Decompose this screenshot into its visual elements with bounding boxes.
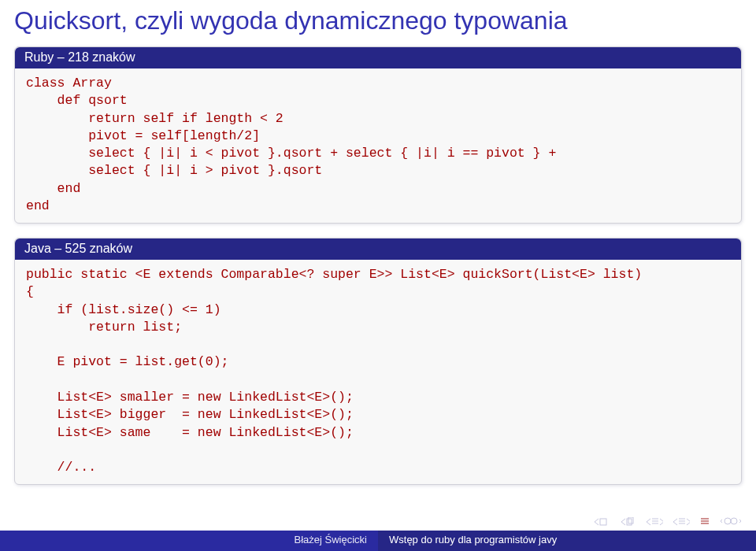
nav-prev-subsection-icon[interactable]: [619, 515, 636, 527]
nav-prev-slide-icon[interactable]: [592, 515, 610, 527]
nav-appendix-icon[interactable]: [699, 515, 710, 527]
nav-next-section-icon[interactable]: [673, 515, 690, 527]
ruby-block-body: class Array def qsort return self if len…: [15, 68, 741, 223]
java-code: public static <E extends Comparable<? su…: [26, 266, 730, 476]
footer-author: Błażej Święcicki: [0, 531, 378, 551]
svg-rect-1: [627, 519, 632, 525]
footer: Błażej Święcicki Wstęp do ruby dla progr…: [0, 531, 756, 551]
slide-title: Quicksort, czyli wygoda dynamicznego typ…: [0, 0, 756, 46]
ruby-block-title: Ruby – 218 znaków: [15, 47, 741, 68]
slide-content: Ruby – 218 znaków class Array def qsort …: [0, 46, 756, 485]
ruby-block: Ruby – 218 znaków class Array def qsort …: [14, 46, 742, 224]
footer-title: Wstęp do ruby dla programistów javy: [378, 531, 756, 551]
nav-prev-section-icon[interactable]: [646, 515, 663, 527]
java-block-title: Java – 525 znaków: [15, 239, 741, 260]
ruby-code: class Array def qsort return self if len…: [26, 75, 730, 215]
svg-rect-0: [600, 519, 606, 525]
beamer-nav-icons: [592, 515, 742, 527]
svg-rect-2: [628, 517, 633, 523]
java-block: Java – 525 znaków public static <E exten…: [14, 238, 742, 485]
nav-back-forward-icon[interactable]: [720, 515, 742, 527]
java-block-body: public static <E extends Comparable<? su…: [15, 260, 741, 484]
